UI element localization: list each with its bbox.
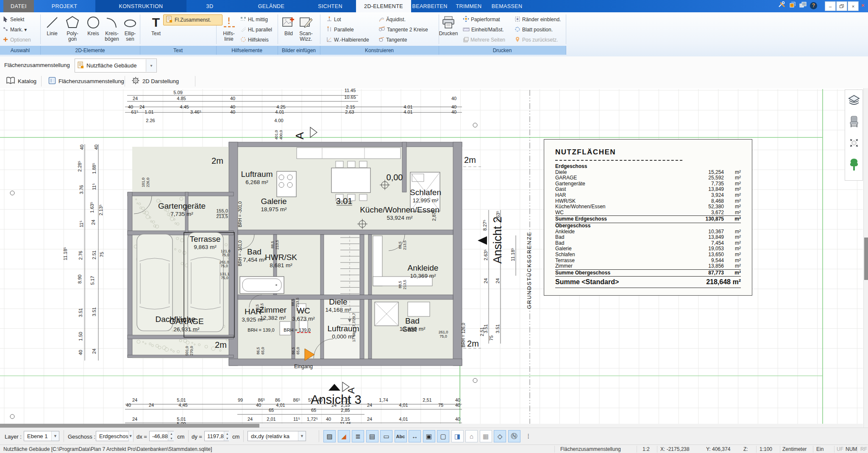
svg-text:3.51: 3.51 — [78, 308, 83, 317]
horizontal-scrollbar-thumb[interactable] — [0, 424, 259, 428]
tab-datei[interactable]: DATEI — [3, 0, 34, 12]
display-toggle-15[interactable]: ⁞ — [522, 430, 534, 442]
vertical-scrollbar-thumb[interactable] — [864, 238, 868, 280]
tab-konstruktion[interactable]: KONSTRUKTION — [95, 0, 186, 12]
tab-bemassen[interactable]: BEMASSEN — [485, 0, 529, 12]
status-item: 1:100 — [760, 446, 772, 452]
display-toggle-9[interactable]: ▢ — [437, 430, 449, 442]
help-icon[interactable]: ? — [810, 2, 817, 9]
ribbon-item-ellip-sen[interactable]: Ellip-sen — [120, 14, 140, 42]
display-toggle-4[interactable]: ▤ — [366, 430, 378, 442]
layers-icon[interactable] — [848, 94, 860, 109]
T-icon: T — [148, 14, 164, 31]
tab-gelände[interactable]: GELÄNDE — [246, 0, 297, 12]
display-toggle-11[interactable]: ⌂ — [465, 430, 478, 442]
divider — [319, 430, 319, 442]
svg-text:6,268 m²: 6,268 m² — [245, 179, 268, 185]
chevron-down-icon[interactable]: ▾ — [146, 59, 156, 72]
minimize-button[interactable]: – — [825, 1, 836, 11]
spinner[interactable]: ▲▼ — [168, 431, 175, 441]
tab-3d[interactable]: 3D — [189, 0, 231, 12]
svg-text:11.18⁵: 11.18⁵ — [63, 247, 68, 260]
geschoss-dropdown[interactable]: Erdgeschos▼ — [96, 431, 129, 441]
einheit-icon — [463, 27, 470, 33]
windows-icon[interactable] — [799, 2, 807, 10]
ribbon-item-optionen[interactable]: Optionen — [3, 35, 31, 45]
chair-icon[interactable] — [849, 115, 860, 130]
display-toggle-13[interactable]: ◇ — [494, 430, 506, 442]
ribbon-item-drucken[interactable]: Drucken — [439, 14, 458, 36]
display-toggle-10[interactable]: ◨ — [451, 430, 464, 442]
display-toggle-3[interactable]: ≣ — [352, 430, 364, 442]
ribbon-item-pos-zur-cksetz-[interactable]: Pos zurücksetz. — [515, 35, 558, 45]
dy-input[interactable]: 1197,8▲▼ — [204, 431, 229, 441]
tab-trimmen[interactable]: TRIMMEN — [449, 0, 488, 12]
ribbon-item-lot[interactable]: Lot — [326, 15, 341, 24]
ribbon-item-kreis-b-gen[interactable]: Kreis-bögen — [102, 14, 122, 42]
move-icon[interactable] — [848, 137, 860, 151]
ribbon-item-scan-wizz-[interactable]: Scan-Wizz. — [296, 14, 316, 42]
ribbon-item-hilfskreis[interactable]: Hilfskreis — [240, 35, 269, 45]
package-icon[interactable] — [789, 1, 796, 10]
ribbon-item-poly-gon[interactable]: Poly-gon — [63, 14, 82, 42]
svg-text:40: 40 — [317, 397, 323, 403]
restore-button[interactable] — [836, 1, 847, 11]
ribbon-item-r-nder-einblend-[interactable]: Ränder einblend. — [515, 15, 561, 24]
display-toggle-7[interactable]: ↔ — [409, 430, 421, 442]
ribbon-item-w-halbierende[interactable]: W.-Halbierende — [326, 35, 369, 45]
tree-icon[interactable] — [849, 158, 860, 173]
ribbon-item-mark-[interactable]: Mark. ▾ — [3, 25, 27, 34]
divider — [834, 446, 835, 453]
ribbon-item-linie[interactable]: Linie — [42, 14, 62, 36]
display-toggle-5[interactable]: ▭ — [380, 430, 392, 442]
display-toggle-12[interactable]: ▦ — [480, 430, 492, 442]
dxdy-mode-dropdown[interactable]: dx,dy (relativ ka▼ — [248, 431, 306, 441]
chevron-down-icon[interactable]: ▼ — [51, 431, 59, 441]
scan-icon — [298, 14, 314, 31]
toolbar-button-fl-chenzusammenstellung[interactable]: Flächenzusammenstellung — [45, 76, 128, 87]
toolbar-button-2d-darstellung[interactable]: 2D Darstellung — [128, 76, 182, 87]
ribbon-item--quidist-[interactable]: Äquidist. — [378, 15, 406, 24]
toolbar-button-katalog[interactable]: Katalog — [3, 76, 40, 87]
display-toggle-6[interactable]: Abc — [395, 430, 407, 442]
layer-dropdown[interactable]: Ebene 1▼ — [24, 431, 59, 441]
chevron-down-icon[interactable]: ▼ — [128, 431, 133, 441]
dx-input[interactable]: -46,88▲▼ — [149, 431, 174, 441]
svg-text:1,72⁵: 1,72⁵ — [307, 417, 318, 422]
spinner[interactable]: ▲▼ — [224, 431, 231, 441]
horizontal-scrollbar[interactable] — [0, 424, 863, 428]
ribbon-item-hl-mittig[interactable]: HL mittig — [240, 15, 268, 24]
ribbon-item-parallele[interactable]: Parallele — [326, 25, 354, 34]
table-row: Gartengeräte7,735m² — [555, 181, 741, 187]
ribbon-item-tangente-2-kreise[interactable]: Tangente 2 Kreise — [378, 25, 428, 34]
tab-sichten[interactable]: SICHTEN — [308, 0, 353, 12]
ribbon-item-papierformat[interactable]: Papierformat — [463, 15, 500, 24]
display-toggle-8[interactable]: ▣ — [423, 430, 435, 442]
group-divider — [278, 14, 278, 44]
display-toggle-2[interactable]: ◢ — [338, 430, 350, 442]
ribbon-item-kreis[interactable]: Kreis — [83, 14, 103, 36]
ribbon-item-hl-parallel[interactable]: HL parallel — [240, 25, 272, 34]
ribbon-item-mehrere-seiten[interactable]: Mehrere Seiten — [463, 35, 505, 45]
ribbon-item-einheit-ma-st-[interactable]: Einheit/Maßst. — [463, 25, 504, 34]
ribbon-item-blatt-position-[interactable]: Blatt position. — [515, 25, 553, 34]
corner-close-icon[interactable]: × — [861, 2, 865, 8]
chevron-down-icon[interactable]: ▼ — [298, 431, 306, 441]
fl-zusammenst-button[interactable]: Fl.Zusammenst. — [163, 14, 223, 25]
tab-projekt[interactable]: PROJEKT — [42, 0, 86, 12]
display-toggle-14[interactable]: Ⓝ — [508, 430, 520, 442]
hl2-icon — [240, 26, 246, 34]
tab-bearbeiten[interactable]: BEARBEITEN — [407, 0, 453, 12]
tools-icon[interactable] — [778, 1, 786, 10]
svg-text:75: 75 — [438, 403, 443, 408]
drawing-canvas[interactable]: AAGartengeräte7,735 m²Terrasse9,863 m²GA… — [0, 88, 868, 428]
close-button[interactable]: × — [848, 1, 859, 11]
vertical-scrollbar[interactable] — [863, 88, 868, 428]
nutzflaeche-combobox[interactable]: Nutzfläche Gebäude ▾ — [75, 59, 157, 73]
ribbon-item-selekt[interactable]: Selekt — [3, 15, 24, 24]
tab-2d-elemente[interactable]: 2D-ELEMENTE — [356, 0, 411, 12]
status-item: Y: 406,374 — [706, 446, 730, 452]
ribbon-item-tangente[interactable]: Tangente — [378, 35, 407, 45]
ribbon-item-bild[interactable]: Bild — [279, 14, 298, 36]
display-toggle-1[interactable]: ▨ — [323, 430, 336, 442]
